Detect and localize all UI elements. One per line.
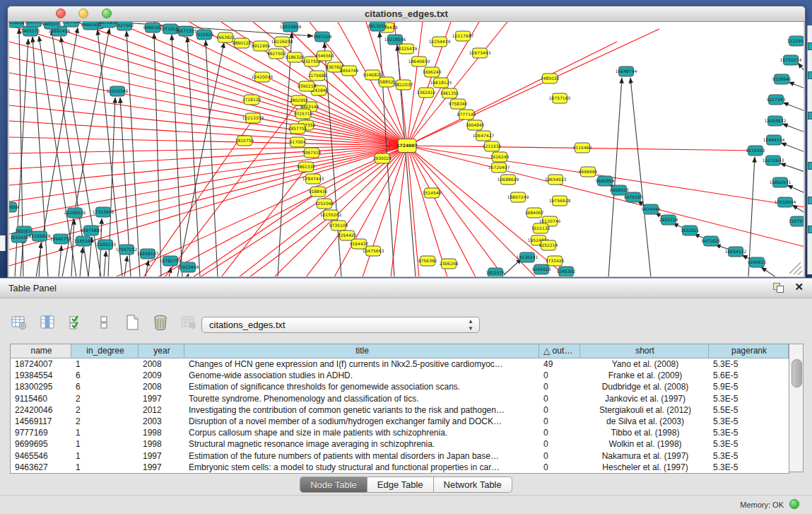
select-all-icon[interactable]: [66, 313, 85, 332]
graph-node[interactable]: 916836: [9, 22, 25, 28]
table-settings-icon[interactable]: [10, 313, 28, 332]
graph-node[interactable]: 2857751: [288, 124, 307, 134]
graph-node[interactable]: 9735104: [329, 221, 348, 230]
column-header-year[interactable]: year: [139, 344, 184, 358]
graph-node[interactable]: 12213359: [242, 113, 264, 123]
table-row[interactable]: 2242004622012Investigating the contribut…: [11, 404, 789, 416]
graph-node[interactable]: 9699695: [579, 167, 598, 177]
graph-node[interactable]: 9390214: [298, 81, 317, 91]
graph-node[interactable]: 7515526: [195, 30, 214, 40]
citation-network-graph[interactable]: 8860123891295518226058982750381863289327…: [9, 22, 804, 276]
delete-column-icon[interactable]: [151, 313, 170, 332]
graph-node[interactable]: 1812575: [486, 268, 505, 276]
graph-node[interactable]: 22420046: [252, 72, 273, 82]
graph-node[interactable]: 6479197: [624, 192, 643, 202]
new-column-icon[interactable]: [123, 313, 141, 332]
graph-node[interactable]: 18640910: [408, 57, 430, 66]
graph-node[interactable]: 8215953: [746, 146, 765, 156]
graph-node[interactable]: 14136141: [517, 252, 539, 262]
graph-node[interactable]: 12254419: [429, 37, 451, 47]
graph-node[interactable]: 7485033: [541, 74, 560, 83]
graph-node[interactable]: 1615132: [531, 223, 551, 233]
graph-node[interactable]: 92975887: [81, 226, 102, 235]
table-row[interactable]: 1456911722003Disruption of a novel membe…: [11, 416, 789, 427]
graph-node[interactable]: 9129946: [772, 74, 792, 84]
graph-node[interactable]: 19756928: [549, 196, 571, 206]
graph-node[interactable]: 9640954: [596, 176, 615, 186]
graph-node[interactable]: 1810755: [235, 136, 254, 146]
graph-node[interactable]: 18757165: [549, 93, 571, 103]
graph-node[interactable]: 20206526: [64, 208, 86, 218]
float-window-icon[interactable]: [773, 283, 784, 292]
graph-node[interactable]: 7857224: [313, 32, 332, 42]
graph-node[interactable]: 21053346: [107, 86, 129, 96]
graph-node[interactable]: 8471626: [702, 236, 721, 246]
graph-node[interactable]: 8822037: [394, 80, 413, 90]
graph-node[interactable]: 9245023: [532, 264, 551, 274]
graph-node[interactable]: 8860123: [233, 38, 252, 48]
graph-node[interactable]: 9245302: [557, 267, 576, 276]
graph-node[interactable]: 2175685: [308, 71, 327, 81]
graph-node[interactable]: 18807249: [507, 192, 529, 202]
graph-node[interactable]: 2684067: [525, 208, 544, 218]
column-header-pagerank[interactable]: pagerank: [709, 344, 789, 358]
graph-node[interactable]: 15892971: [770, 177, 792, 187]
graph-node[interactable]: 8912955: [252, 41, 271, 51]
graph-node[interactable]: 12923448: [177, 262, 199, 272]
graph-node[interactable]: 9725712: [294, 109, 313, 119]
graph-node[interactable]: 9252214: [539, 240, 558, 250]
graph-node[interactable]: 1362615: [417, 88, 436, 98]
graph-node[interactable]: 8186328: [286, 52, 305, 62]
graph-node[interactable]: 1696243: [423, 67, 442, 77]
graph-node[interactable]: 10654112: [725, 247, 747, 257]
graph-node[interactable]: 917004: [290, 137, 306, 147]
table-selector[interactable]: citations_edges.txt ▲▼: [201, 317, 480, 333]
graph-node[interactable]: 2405573: [42, 22, 61, 29]
graph-node[interactable]: 7663822: [216, 33, 235, 42]
graph-node[interactable]: 7252043: [315, 199, 334, 209]
graph-node[interactable]: 9188435: [309, 187, 328, 197]
tab-node-table[interactable]: Node Table: [300, 477, 367, 493]
graph-node[interactable]: 9756392: [418, 256, 437, 266]
graph-node[interactable]: 12505115: [95, 240, 117, 250]
graph-node[interactable]: 9827503: [267, 49, 286, 59]
graph-node[interactable]: 2306258: [440, 259, 459, 269]
table-row[interactable]: 911546021997Tourette syndrome. Phenomeno…: [11, 393, 789, 404]
graph-node[interactable]: 1527604: [62, 22, 81, 27]
graph-node[interactable]: 18325419: [396, 44, 418, 54]
tab-edge-table[interactable]: Edge Table: [367, 477, 434, 493]
close-icon[interactable]: ✕: [794, 281, 804, 293]
graph-node[interactable]: 13942757: [50, 234, 72, 244]
graph-node[interactable]: 1211632: [483, 141, 502, 151]
graph-node[interactable]: 9227343: [767, 95, 786, 105]
graph-node[interactable]: 2620659: [9, 202, 19, 212]
table-row[interactable]: 1830029562008Estimation of significance …: [11, 381, 789, 392]
graph-node[interactable]: 8454749: [340, 66, 359, 76]
graph-node[interactable]: 12444194: [763, 135, 785, 145]
graph-node[interactable]: 3915439: [10, 233, 29, 243]
graph-node[interactable]: 16475663: [363, 246, 384, 256]
graph-node[interactable]: 16033809: [280, 22, 302, 32]
graph-node[interactable]: 15751074: [780, 55, 802, 65]
graph-node[interactable]: 16958107: [137, 249, 159, 259]
graph-node[interactable]: 1588520: [377, 77, 396, 87]
network-canvas[interactable]: 8860123891295518226058982750381863289327…: [9, 22, 804, 276]
graph-node[interactable]: 19654923: [545, 175, 567, 185]
column-header-in_degree[interactable]: in_degree: [71, 344, 139, 358]
column-header-out_degree[interactable]: △ out_de…: [539, 344, 580, 358]
graph-node[interactable]: 1065333: [25, 22, 44, 27]
table-row[interactable]: 946362711997Embryonic stem cells: a mode…: [11, 462, 789, 473]
graph-node[interactable]: 10647427: [473, 131, 495, 141]
table-scrollbar-thumb[interactable]: [792, 359, 802, 387]
graph-node[interactable]: 1514549: [423, 188, 442, 198]
graph-node[interactable]: 1733426: [546, 256, 565, 266]
graph-node[interactable]: 16648794: [616, 66, 637, 76]
column-header-name[interactable]: name: [11, 344, 71, 358]
table-row[interactable]: 946554611997Estimation of the future num…: [11, 450, 789, 462]
graph-node[interactable]: 2933114: [659, 215, 678, 225]
table-row[interactable]: 977716911998Corpus callosum shape and si…: [11, 427, 789, 438]
column-header-title[interactable]: title: [184, 344, 539, 358]
graph-node[interactable]: 12217987: [452, 31, 474, 41]
graph-node[interactable]: 8466161: [81, 22, 100, 30]
graph-node[interactable]: 12093872: [765, 116, 787, 126]
